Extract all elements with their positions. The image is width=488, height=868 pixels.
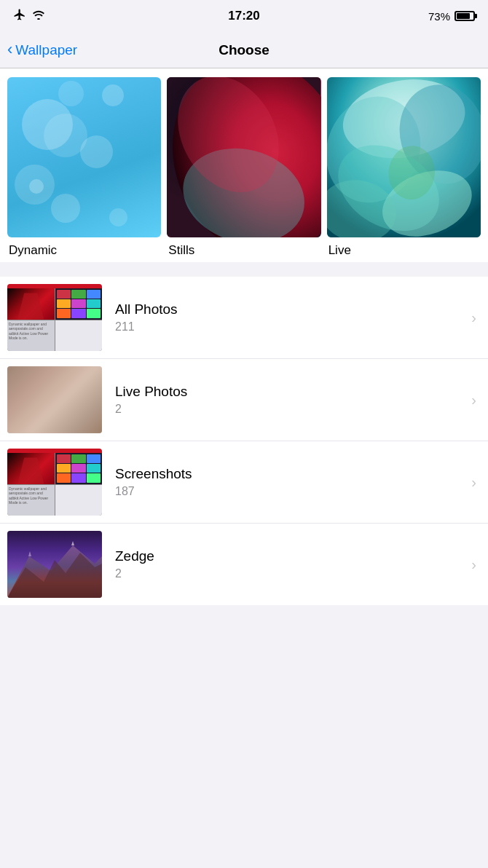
page-title: Choose — [219, 42, 269, 58]
dynamic-label: Dynamic — [7, 243, 57, 258]
stills-thumb — [167, 77, 320, 237]
album-item-all-photos[interactable]: Dynamic wallpaper and aeropostale.com an… — [0, 277, 488, 359]
section-gap — [0, 262, 488, 277]
nav-bar: ‹ Wallpaper Choose — [0, 32, 488, 68]
live-photos-count: 2 — [115, 403, 465, 416]
screenshots-thumb: Dynamic wallpaper and aeropostale.com an… — [7, 449, 102, 516]
screenshots-chevron-icon: › — [471, 474, 476, 491]
dynamic-thumb — [7, 77, 161, 237]
album-item-live-photos[interactable]: Live Photos 2 › — [0, 359, 488, 441]
album-list: Dynamic wallpaper and aeropostale.com an… — [0, 277, 488, 605]
all-photos-name: All Photos — [115, 301, 465, 317]
live-thumb-image — [327, 77, 481, 237]
stills-label: Stills — [167, 243, 194, 258]
live-photos-info: Live Photos 2 — [115, 384, 465, 416]
album-item-zedge[interactable]: Zedge 2 › — [0, 524, 488, 605]
live-photos-name: Live Photos — [115, 384, 465, 400]
zedge-chevron-icon: › — [471, 556, 476, 573]
battery-percent: 73% — [428, 10, 450, 23]
screenshots-info: Screenshots 187 — [115, 466, 465, 498]
status-left-icons — [13, 8, 45, 24]
live-photos-thumb — [7, 366, 102, 433]
live-photos-chevron-icon: › — [471, 392, 476, 409]
live-thumb — [327, 77, 481, 237]
zedge-count: 2 — [115, 567, 465, 580]
all-photos-count: 211 — [115, 320, 465, 334]
wallpaper-category-live[interactable]: Live — [327, 77, 481, 258]
battery-icon — [454, 11, 475, 21]
stills-thumb-image — [167, 77, 320, 237]
zedge-thumb — [7, 531, 102, 598]
wifi-icon — [32, 9, 45, 23]
all-photos-info: All Photos 211 — [115, 301, 465, 334]
wallpaper-category-grid: Dynamic — [0, 68, 488, 262]
zedge-name: Zedge — [115, 548, 465, 564]
airplane-icon — [13, 8, 26, 24]
screenshots-count: 187 — [115, 485, 465, 498]
back-button[interactable]: ‹ Wallpaper — [7, 42, 77, 58]
status-bar: 17:20 73% — [0, 0, 488, 32]
back-chevron-icon: ‹ — [7, 42, 12, 58]
zedge-info: Zedge 2 — [115, 548, 465, 580]
wallpaper-category-dynamic[interactable]: Dynamic — [7, 77, 161, 258]
all-photos-chevron-icon: › — [471, 309, 476, 326]
live-label: Live — [327, 243, 351, 258]
status-time: 17:20 — [228, 9, 259, 23]
all-photos-thumb: Dynamic wallpaper and aeropostale.com an… — [7, 284, 102, 351]
back-label: Wallpaper — [15, 42, 77, 58]
screenshots-name: Screenshots — [115, 466, 465, 482]
album-item-screenshots[interactable]: Dynamic wallpaper and aeropostale.com an… — [0, 441, 488, 524]
battery-fill — [457, 13, 470, 19]
wallpaper-category-stills[interactable]: Stills — [167, 77, 320, 258]
dynamic-thumb-image — [7, 77, 161, 237]
status-right: 73% — [428, 10, 475, 23]
